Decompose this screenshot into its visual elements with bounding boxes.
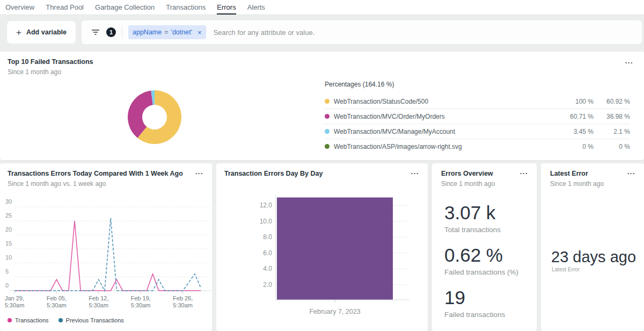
stat-failed-transactions: 19 Failed transactions — [444, 288, 531, 319]
panel-menu-icon[interactable]: ... — [520, 168, 528, 176]
stat-label: Failed transactions — [444, 311, 531, 319]
panel-header: Transaction Errors Day By Day — [224, 170, 406, 178]
panel-title: Top 10 Failed Transactions — [8, 58, 623, 66]
panel-title: Transaction Errors Day By Day — [224, 170, 406, 178]
svg-text:Jan 29,: Jan 29, — [5, 295, 24, 301]
latest-error-label: Latest Error — [552, 267, 580, 272]
legend-header: Percentages (164.16 %) — [325, 81, 630, 88]
add-variable-label: Add variable — [26, 28, 67, 36]
legend-row[interactable]: WebTransaction/MVC/Manage/MyAccount 3.45… — [325, 124, 630, 139]
panel-latest-error: Latest Error Since 1 month ago ... 23 da… — [541, 163, 644, 331]
line-chart-legend: Transactions Previous Transactions — [8, 317, 124, 323]
stat-failed-transactions-pct: 0.62 % Failed transactions (%) — [444, 246, 531, 276]
panel-errors-compare: Transactions Errors Today Compared With … — [0, 163, 212, 331]
filter-divider — [122, 26, 122, 38]
tab-transactions[interactable]: Transactions — [166, 0, 206, 15]
series-color-dot — [325, 99, 330, 104]
stat-label: Failed transactions (%) — [444, 268, 531, 276]
chip-operator: = — [164, 28, 168, 36]
svg-text:5: 5 — [5, 268, 9, 275]
svg-text:8.0: 8.0 — [263, 233, 272, 241]
panel-errors-day-by-day: Transaction Errors Day By Day ... 2.04.0… — [216, 163, 428, 331]
panel-subtitle: Since 1 month ago — [8, 68, 623, 76]
svg-text:12.0: 12.0 — [260, 202, 273, 209]
legend-row-pct: 60.92 % — [594, 98, 630, 105]
series-color-dot — [325, 129, 330, 134]
svg-text:10: 10 — [5, 254, 12, 261]
overview-stats: 3.07 k Total transactions 0.62 % Failed … — [444, 203, 531, 330]
panel-header: Transactions Errors Today Compared With … — [8, 170, 191, 188]
panel-header: Errors Overview Since 1 month ago — [441, 170, 515, 188]
legend-item-previous-transactions[interactable]: Previous Transactions — [58, 317, 124, 323]
plus-icon: + — [16, 28, 21, 37]
legend-row-pct: 36.98 % — [594, 113, 630, 120]
chip-attribute: appName — [133, 28, 162, 36]
latest-error-value: 23 days ago — [551, 248, 636, 266]
filter-funnel-icon — [91, 28, 100, 36]
svg-text:30: 30 — [5, 198, 12, 205]
svg-text:5:30am: 5:30am — [173, 302, 193, 308]
panel-menu-icon[interactable]: ... — [627, 168, 635, 176]
stat-value: 0.62 % — [444, 246, 531, 264]
series-color-dot — [325, 144, 330, 149]
series-color-dot — [58, 318, 63, 322]
panel-errors-overview: Errors Overview Since 1 month ago ... 3.… — [432, 163, 537, 331]
tab-thread-pool[interactable]: Thread Pool — [46, 0, 84, 15]
chip-value: 'dotnet' — [171, 28, 193, 36]
series-color-dot — [8, 318, 12, 322]
filter-count-badge[interactable]: 1 — [106, 27, 116, 37]
add-variable-button[interactable]: + Add variable — [6, 20, 76, 44]
panel-header: Latest Error Since 1 month ago — [550, 170, 623, 188]
chip-remove-icon[interactable]: × — [197, 28, 202, 37]
svg-text:February 7, 2023: February 7, 2023 — [309, 308, 360, 315]
panel-subtitle: Since 1 month ago — [441, 180, 515, 188]
donut-legend-table: Percentages (164.16 %) WebTransaction/St… — [325, 81, 630, 154]
series-color-dot — [325, 114, 330, 119]
svg-text:Feb 26,: Feb 26, — [173, 295, 193, 301]
panel-menu-icon[interactable]: ... — [625, 57, 633, 65]
svg-text:4.0: 4.0 — [263, 265, 272, 272]
panel-title: Latest Error — [550, 170, 623, 178]
legend-row-name: WebTransaction/StatusCode/500 — [334, 98, 555, 105]
legend-item-transactions[interactable]: Transactions — [8, 317, 49, 323]
tab-alerts[interactable]: Alerts — [247, 0, 265, 15]
svg-text:25: 25 — [5, 212, 12, 219]
panel-menu-icon[interactable]: ... — [195, 168, 203, 176]
svg-text:2.0: 2.0 — [263, 281, 272, 289]
legend-row-pct-of-max: 3.45 % — [555, 128, 594, 135]
legend-row[interactable]: WebTransaction/StatusCode/500 100 % 60.9… — [325, 94, 630, 109]
tab-overview[interactable]: Overview — [5, 0, 34, 15]
legend-row-pct-of-max: 0 % — [555, 143, 594, 150]
svg-text:5:30am: 5:30am — [131, 302, 151, 308]
svg-text:15: 15 — [5, 240, 12, 247]
failed-transactions-donut — [128, 90, 181, 144]
legend-row-pct: 0 % — [594, 143, 630, 150]
filter-bar[interactable]: 1 appName = 'dotnet' × — [82, 20, 642, 44]
legend-row[interactable]: WebTransaction/MVC/Order/MyOrders 60.71 … — [325, 109, 630, 124]
svg-text:Feb 12,: Feb 12, — [89, 295, 108, 301]
svg-text:10.0: 10.0 — [260, 218, 273, 225]
filter-chip-appname[interactable]: appName = 'dotnet' × — [128, 25, 206, 39]
panel-menu-icon[interactable]: ... — [411, 168, 419, 176]
panel-title: Errors Overview — [441, 170, 515, 178]
legend-row[interactable]: WebTransaction/ASP/images/arrow-right.sv… — [325, 139, 630, 154]
failed-transactions-donut-wrap[interactable] — [128, 90, 181, 144]
errors-compare-line-chart[interactable]: 051015202530Jan 29,5:30amFeb 05,5:30amFe… — [0, 193, 212, 313]
dashboard-screen: Overview Thread Pool Garbage Collection … — [0, 0, 644, 331]
legend-row-pct: 2.1 % — [594, 128, 630, 135]
stat-value: 3.07 k — [444, 203, 531, 222]
svg-text:6.0: 6.0 — [263, 249, 272, 257]
tab-errors[interactable]: Errors — [217, 0, 236, 15]
stat-total-transactions: 3.07 k Total transactions — [444, 203, 531, 234]
stat-value: 19 — [444, 288, 531, 307]
legend-row-name: WebTransaction/MVC/Order/MyOrders — [334, 113, 555, 120]
legend-row-name: WebTransaction/ASP/images/arrow-right.sv… — [334, 143, 555, 150]
errors-day-by-day-bar-chart[interactable]: 2.04.06.08.010.012.0February 7, 2023 — [216, 193, 428, 320]
svg-text:Feb 19,: Feb 19, — [131, 295, 151, 301]
search-input[interactable] — [213, 28, 636, 37]
legend-rows: WebTransaction/StatusCode/500 100 % 60.9… — [325, 94, 630, 154]
legend-row-pct-of-max: 60.71 % — [555, 113, 594, 120]
legend-item-label: Transactions — [15, 317, 49, 323]
tab-garbage-collection[interactable]: Garbage Collection — [95, 0, 155, 15]
legend-row-pct-of-max: 100 % — [555, 98, 594, 105]
